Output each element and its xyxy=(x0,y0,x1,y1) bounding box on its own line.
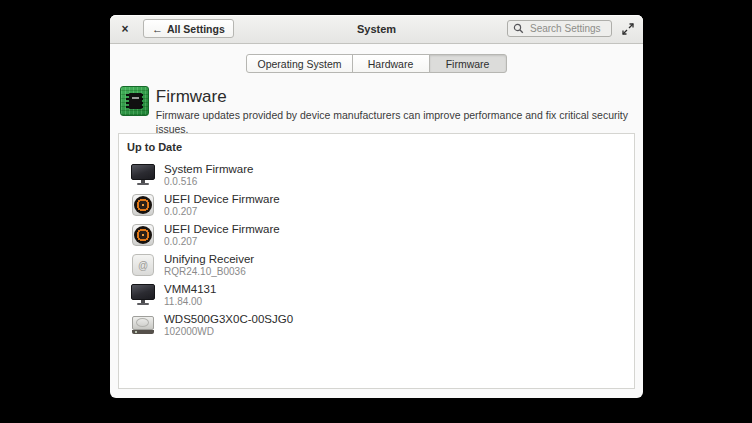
all-settings-button[interactable]: ← All Settings xyxy=(143,19,234,38)
firmware-item: WDS500G3X0C-00SJG0 102000WD xyxy=(127,313,626,337)
headerbar[interactable]: × ← All Settings System xyxy=(110,15,643,44)
all-settings-label: All Settings xyxy=(167,23,225,35)
page-description: Firmware updates provided by device manu… xyxy=(156,108,643,136)
firmware-item: UEFI Device Firmware 0.0.207 xyxy=(127,223,626,247)
settings-window: × ← All Settings System Operating System… xyxy=(110,15,643,398)
receiver-icon xyxy=(131,253,155,277)
expand-icon[interactable] xyxy=(621,22,635,36)
firmware-name: Unifying Receiver xyxy=(164,253,254,266)
firmware-item: VMM4131 11.84.00 xyxy=(127,283,626,307)
firmware-version: 0.0.207 xyxy=(164,236,280,248)
firmware-version: 102000WD xyxy=(164,326,293,338)
page-title: Firmware xyxy=(156,86,643,107)
monitor-icon xyxy=(131,283,155,307)
monitor-icon xyxy=(131,163,155,187)
search-box[interactable] xyxy=(507,20,612,37)
firmware-item: System Firmware 0.0.516 xyxy=(127,163,626,187)
firmware-name: System Firmware xyxy=(164,163,253,176)
firmware-item: UEFI Device Firmware 0.0.207 xyxy=(127,193,626,217)
firmware-version: 0.0.516 xyxy=(164,176,253,188)
search-icon xyxy=(513,23,524,34)
firmware-version: RQR24.10_B0036 xyxy=(164,266,254,278)
firmware-chip-icon xyxy=(120,86,149,116)
search-input[interactable] xyxy=(528,22,612,35)
close-icon[interactable]: × xyxy=(116,20,134,38)
firmware-version: 0.0.207 xyxy=(164,206,280,218)
tab-hardware[interactable]: Hardware xyxy=(352,54,430,73)
tab-firmware[interactable]: Firmware xyxy=(429,54,507,73)
view-switcher: Operating System Hardware Firmware xyxy=(110,54,643,73)
firmware-version: 11.84.00 xyxy=(164,296,216,308)
firmware-panel: Up to Date System Firmware 0.0.516 UEFI … xyxy=(118,133,635,389)
firmware-item: Unifying Receiver RQR24.10_B0036 xyxy=(127,253,626,277)
hard-drive-icon xyxy=(131,313,155,337)
back-arrow-icon: ← xyxy=(152,23,163,35)
firmware-name: WDS500G3X0C-00SJG0 xyxy=(164,313,293,326)
firmware-name: UEFI Device Firmware xyxy=(164,193,280,206)
firmware-name: UEFI Device Firmware xyxy=(164,223,280,236)
section-title: Up to Date xyxy=(127,141,626,153)
speaker-icon xyxy=(131,193,155,217)
page-header: Firmware Firmware updates provided by de… xyxy=(120,86,643,136)
speaker-icon xyxy=(131,223,155,247)
firmware-name: VMM4131 xyxy=(164,283,216,296)
tab-operating-system[interactable]: Operating System xyxy=(246,54,352,73)
